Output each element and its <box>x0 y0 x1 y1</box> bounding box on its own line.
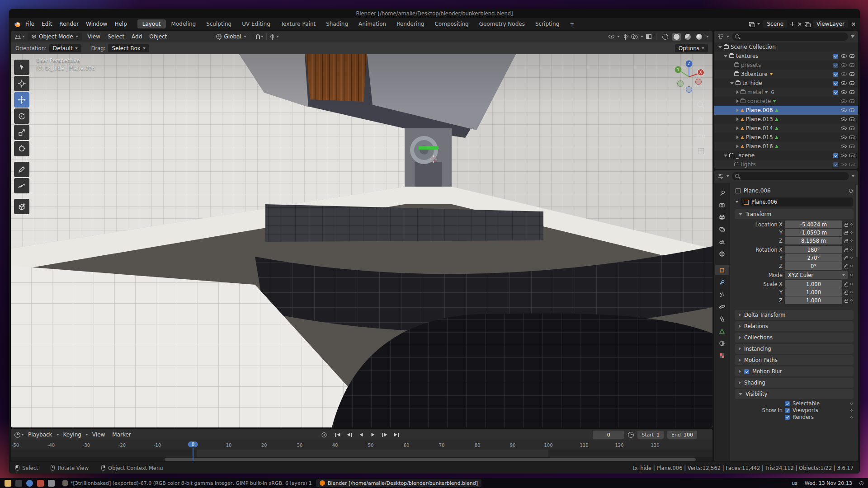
lock-icon[interactable] <box>844 224 848 227</box>
outliner-row-plane-016[interactable]: Plane.016 <box>714 142 858 151</box>
renders-checkbox[interactable] <box>785 415 790 420</box>
render-camera-icon[interactable] <box>849 136 854 139</box>
exclude-checkbox[interactable] <box>833 72 838 77</box>
outliner-editor-icon[interactable] <box>717 33 724 40</box>
editor-app-icon[interactable] <box>37 480 44 487</box>
section-instancing[interactable]: Instancing <box>735 344 854 354</box>
view-layer-icon[interactable] <box>805 22 810 26</box>
scale-tool-button[interactable] <box>14 125 29 140</box>
animate-dot-icon[interactable] <box>850 239 853 242</box>
lock-icon[interactable] <box>844 284 848 286</box>
scale-z-field[interactable]: 1.000 <box>785 296 842 304</box>
viewports-checkbox[interactable] <box>785 408 790 413</box>
menu-marker[interactable]: Marker <box>109 431 134 439</box>
blender-logo-icon[interactable] <box>14 20 21 28</box>
animate-dot-icon[interactable] <box>850 416 853 418</box>
outliner-row-plane-015[interactable]: Plane.015 <box>714 133 858 142</box>
scale-y-field[interactable]: 1.000 <box>785 288 842 296</box>
render-camera-icon[interactable] <box>849 99 854 103</box>
chevron-down-icon[interactable] <box>276 36 279 38</box>
add-cube-tool-button[interactable] <box>14 199 29 214</box>
hide-eye-icon[interactable] <box>841 81 847 85</box>
animate-dot-icon[interactable] <box>850 283 853 285</box>
lock-icon[interactable] <box>844 240 848 243</box>
tab-scene[interactable] <box>715 236 729 247</box>
shading-rendered-button[interactable] <box>695 33 703 41</box>
outliner-row-plane-013[interactable]: Plane.013 <box>714 115 858 124</box>
disclosure-icon[interactable] <box>736 90 739 94</box>
lock-icon[interactable] <box>844 300 848 303</box>
hide-eye-icon[interactable] <box>841 72 847 76</box>
hide-eye-icon[interactable] <box>841 154 847 157</box>
view-layer-selector[interactable]: ViewLayer <box>813 20 848 28</box>
object-name-field[interactable]: Plane.006 <box>741 197 853 206</box>
outliner-row-tx-hide[interactable]: tx_hide <box>714 79 858 88</box>
timeline-editor-icon[interactable] <box>14 432 20 438</box>
scene-selector[interactable]: Scene <box>763 20 787 28</box>
show-overlays-icon[interactable] <box>631 34 638 39</box>
tab-compositing[interactable]: Compositing <box>429 19 473 28</box>
render-camera-icon[interactable] <box>849 108 854 112</box>
section-transform[interactable]: Transform <box>735 209 854 219</box>
chevron-down-icon[interactable] <box>757 23 760 25</box>
exclude-checkbox[interactable] <box>833 162 838 167</box>
chevron-down-icon[interactable] <box>617 36 620 38</box>
mode-selector[interactable]: Object Mode <box>28 33 82 41</box>
pin-icon[interactable] <box>848 188 853 193</box>
menu-add[interactable]: Add <box>128 33 145 41</box>
tab-physics[interactable] <box>715 301 729 312</box>
hide-eye-icon[interactable] <box>841 145 847 148</box>
proportional-editing-icon[interactable] <box>269 34 275 40</box>
menu-view[interactable]: View <box>89 431 108 439</box>
options-dropdown[interactable]: Options <box>675 44 708 52</box>
selectable-checkbox[interactable] <box>785 401 790 406</box>
tab-rendering[interactable]: Rendering <box>392 19 429 28</box>
transform-orientation-selector[interactable]: Global <box>212 33 250 41</box>
properties-scrollbar[interactable] <box>856 185 858 257</box>
tab-tool[interactable] <box>715 188 729 198</box>
play-reverse-button[interactable] <box>356 430 367 439</box>
outliner-row-textures[interactable]: textures <box>714 52 858 61</box>
timeline-scrollbar[interactable] <box>11 457 712 461</box>
tab-view-layer[interactable] <box>715 224 729 235</box>
render-camera-icon[interactable] <box>849 90 854 94</box>
render-camera-icon[interactable] <box>849 81 854 85</box>
section-motion-blur[interactable]: Motion Blur <box>735 366 854 376</box>
add-workspace-button[interactable]: + <box>565 19 579 28</box>
properties-search-input[interactable] <box>732 172 849 180</box>
lock-icon[interactable] <box>844 249 848 252</box>
chevron-down-icon[interactable] <box>706 36 709 38</box>
play-button[interactable] <box>368 430 378 439</box>
auto-key-record-button[interactable] <box>322 432 327 437</box>
lock-icon[interactable] <box>844 232 848 235</box>
disclosure-icon[interactable] <box>736 136 739 139</box>
animate-dot-icon[interactable] <box>850 257 853 259</box>
files-app-icon[interactable] <box>5 480 11 487</box>
section-delta-transform[interactable]: Delta Transform <box>735 310 854 320</box>
snap-magnet-icon[interactable] <box>256 34 260 39</box>
jump-to-end-button[interactable] <box>392 430 402 439</box>
render-camera-icon[interactable] <box>849 117 854 121</box>
show-gizmo-icon[interactable] <box>623 34 628 40</box>
render-camera-icon[interactable] <box>849 127 854 130</box>
toggle-xray-icon[interactable] <box>646 34 651 39</box>
render-camera-icon[interactable] <box>849 154 854 157</box>
annotate-tool-button[interactable] <box>14 162 29 177</box>
outliner-row-plane-014[interactable]: Plane.014 <box>714 124 858 133</box>
select-box-tool-button[interactable] <box>14 60 29 75</box>
hide-eye-icon[interactable] <box>841 136 847 139</box>
lock-icon[interactable] <box>844 258 848 260</box>
measure-tool-button[interactable] <box>14 178 29 193</box>
gizmo-x-negative[interactable] <box>696 79 702 85</box>
camera-view-button[interactable] <box>695 130 706 141</box>
rotate-tool-button[interactable] <box>14 108 29 124</box>
cursor-tool-button[interactable] <box>14 76 29 91</box>
exclude-checkbox[interactable] <box>833 90 838 95</box>
animate-dot-icon[interactable] <box>850 265 853 267</box>
shading-wireframe-button[interactable] <box>661 33 670 41</box>
chevron-down-icon[interactable] <box>726 36 729 38</box>
chevron-down-icon[interactable] <box>641 36 643 38</box>
location-z-field[interactable]: 8.1958 m <box>785 237 842 244</box>
lock-icon[interactable] <box>844 266 848 268</box>
tab-texture-paint[interactable]: Texture Paint <box>276 19 321 28</box>
